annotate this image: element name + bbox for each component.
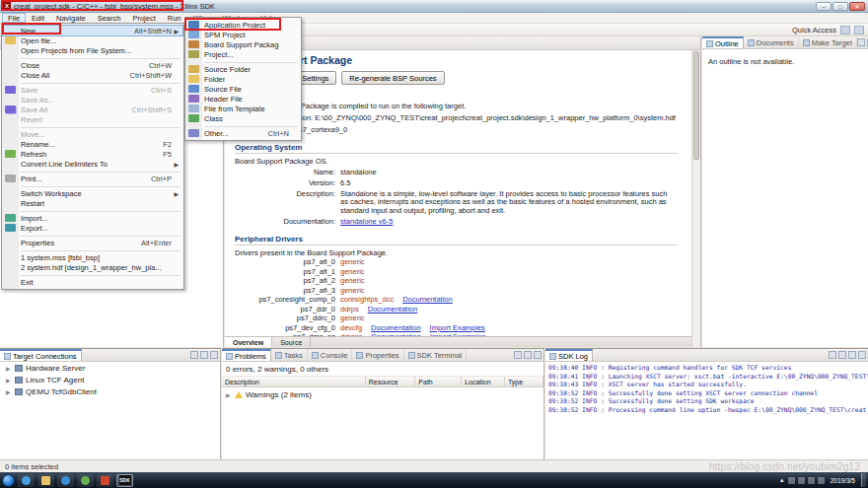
tray-flag-icon[interactable] (788, 477, 795, 484)
file-menu-item[interactable]: Move... ▶ (3, 129, 182, 139)
file-menu-item[interactable]: 1 system.mss [fsbl_bsp] ▶ (3, 252, 182, 262)
editor-scrollbar[interactable] (691, 50, 700, 347)
documentation-link[interactable]: Documentation (368, 306, 417, 314)
quick-access-button[interactable]: Quick Access (792, 26, 836, 35)
file-menu-item[interactable]: ▶ (21, 233, 181, 237)
file-menu-item[interactable]: Print... Ctrl+P ▶ (3, 174, 182, 183)
target-connection-item[interactable]: ▶ Hardware Server (0, 362, 220, 374)
clear-log-icon[interactable] (829, 351, 836, 359)
outline-panel-tab[interactable]: Make Target (799, 36, 857, 48)
file-menu-item[interactable]: Rename... F2 ▶ (3, 139, 182, 149)
start-button[interactable] (2, 474, 15, 487)
show-desktop-button[interactable] (861, 473, 866, 487)
new-submenu-item[interactable]: ▶ (204, 123, 298, 127)
bottom-panel-tab[interactable]: Problems (222, 349, 271, 361)
driver-type-link[interactable]: generic (340, 277, 365, 285)
file-menu-item[interactable]: ▶ (21, 183, 181, 187)
documentation-link[interactable]: Documentation (371, 324, 420, 332)
new-submenu-item[interactable]: Source Folder ▶ (186, 64, 300, 74)
warnings-group-row[interactable]: ▶ Warnings (2 items) (222, 387, 543, 401)
new-submenu-item[interactable]: ▶ (204, 59, 298, 63)
file-menu-item[interactable]: Save Ctrl+S ▶ (3, 85, 182, 95)
file-menu-item[interactable]: ▶ (21, 124, 181, 128)
new-submenu-item[interactable]: Board Support Package ▶ (186, 39, 300, 49)
sdk-taskbar-icon[interactable]: SDK (116, 474, 133, 487)
driver-type-link[interactable]: generic (340, 287, 365, 295)
file-menu-item[interactable]: 2 system.hdf [design_1_wrapper_hw_pla...… (3, 262, 182, 272)
editor-bottom-tab[interactable]: Source (272, 337, 311, 347)
tray-network-icon[interactable] (798, 477, 805, 484)
problems-column-header[interactable]: Type (505, 377, 543, 386)
file-menu-item[interactable]: Switch Workspace ▶ (3, 188, 182, 198)
editor-bottom-tab[interactable]: Overview (225, 337, 272, 347)
file-menu-item[interactable]: ▶ (21, 272, 181, 276)
explorer-taskbar-icon[interactable] (37, 474, 54, 487)
scroll-lock-icon[interactable] (838, 351, 846, 359)
new-connection-icon[interactable] (190, 351, 198, 359)
maximize-view-icon[interactable] (210, 351, 218, 359)
new-submenu-item[interactable]: File from Template ▶ (186, 104, 300, 113)
browser-taskbar-icon[interactable] (77, 474, 94, 487)
file-menu-item[interactable]: ▶ (21, 169, 181, 173)
import-examples-link[interactable]: Import Examples (430, 324, 485, 332)
menu-bar-item[interactable]: File (2, 13, 26, 23)
driver-type-link[interactable]: ddrps (340, 306, 359, 314)
new-submenu-item[interactable]: Class ▶ (186, 113, 300, 123)
tray-input-icon[interactable] (818, 477, 825, 484)
driver-type-link[interactable]: devcfg (340, 324, 362, 332)
minimize-button[interactable]: – (816, 2, 832, 11)
expand-arrow-icon[interactable]: ▶ (6, 388, 12, 395)
new-submenu-item[interactable]: Other... Ctrl+N ▶ (186, 128, 300, 138)
menu-bar-item[interactable]: Navigate (50, 13, 92, 23)
target-connections-tab[interactable]: Target Connections (0, 349, 82, 361)
menu-bar-item[interactable]: Run (162, 13, 187, 23)
problems-column-header[interactable]: Location (462, 377, 505, 386)
new-submenu-item[interactable]: SPM Project ▶ (186, 30, 300, 39)
file-menu-item[interactable]: Save As... ▶ (3, 95, 182, 105)
file-menu-item[interactable]: Refresh F5 ▶ (3, 149, 182, 159)
driver-type-link[interactable]: generic (340, 314, 365, 322)
file-menu-item[interactable]: Export... ▶ (3, 223, 182, 233)
bottom-panel-tab[interactable]: SDK Terminal (404, 349, 468, 361)
menu-bar-item[interactable]: Project (126, 13, 161, 23)
driver-type-link[interactable]: generic (340, 258, 365, 266)
sdk-log-tab[interactable]: SDK Log (545, 349, 593, 361)
minimize-view-icon[interactable] (857, 38, 865, 46)
ie-taskbar-icon[interactable] (18, 474, 35, 487)
file-menu-item[interactable]: Restart ▶ (3, 198, 182, 208)
maximize-view-icon[interactable] (858, 351, 866, 359)
expand-arrow-icon[interactable]: ▶ (6, 377, 12, 383)
problems-column-header[interactable]: Resource (366, 377, 416, 386)
target-connection-item[interactable]: ▶ Linux TCF Agent (0, 374, 220, 385)
minimize-view-icon[interactable] (848, 351, 856, 359)
new-submenu-item[interactable]: Header File ▶ (186, 94, 300, 104)
file-menu-item[interactable]: Close Ctrl+W ▶ (3, 60, 182, 70)
menu-bar-item[interactable]: Search (92, 13, 127, 23)
expand-arrow-icon[interactable]: ▶ (6, 365, 12, 372)
file-menu-item[interactable]: ▶ (21, 208, 181, 212)
documentation-link[interactable]: Documentation (402, 296, 452, 304)
file-menu-item[interactable]: Convert Line Delimiters To ▶ (3, 159, 182, 169)
minimize-view-icon[interactable] (200, 351, 208, 359)
close-button[interactable]: ✕ (849, 2, 865, 11)
bottom-panel-tab[interactable]: Tasks (271, 349, 308, 361)
menu-bar-item[interactable]: Edit (26, 13, 50, 23)
tray-hidden-icons-arrow[interactable]: ▲ (779, 477, 785, 483)
cpp-perspective-icon[interactable] (854, 26, 864, 35)
maximize-view-icon[interactable] (534, 351, 542, 359)
bsp-action-button[interactable]: Re-generate BSP Sources (341, 71, 444, 85)
driver-type-link[interactable]: generic (340, 268, 365, 276)
file-menu-item[interactable]: Close All Ctrl+Shift+W ▶ (3, 70, 182, 80)
new-submenu-item[interactable]: Source File ▶ (186, 84, 300, 94)
tray-volume-icon[interactable] (808, 477, 815, 484)
problems-column-header[interactable]: Path (415, 377, 462, 386)
file-menu-item[interactable]: Open file... ▶ (3, 35, 182, 45)
file-menu-item[interactable]: New Alt+Shift+N ▶ (3, 26, 182, 35)
filter-icon[interactable] (514, 351, 522, 359)
expand-arrow-icon[interactable]: ▶ (226, 391, 232, 398)
target-connection-item[interactable]: ▶ QEMU TcfGdbClient (0, 385, 220, 397)
bottom-panel-tab[interactable]: Properties (352, 349, 403, 361)
scrollbar-thumb[interactable] (693, 51, 699, 160)
file-menu-item[interactable]: ▶ (21, 247, 181, 251)
open-perspective-icon[interactable] (840, 26, 850, 35)
